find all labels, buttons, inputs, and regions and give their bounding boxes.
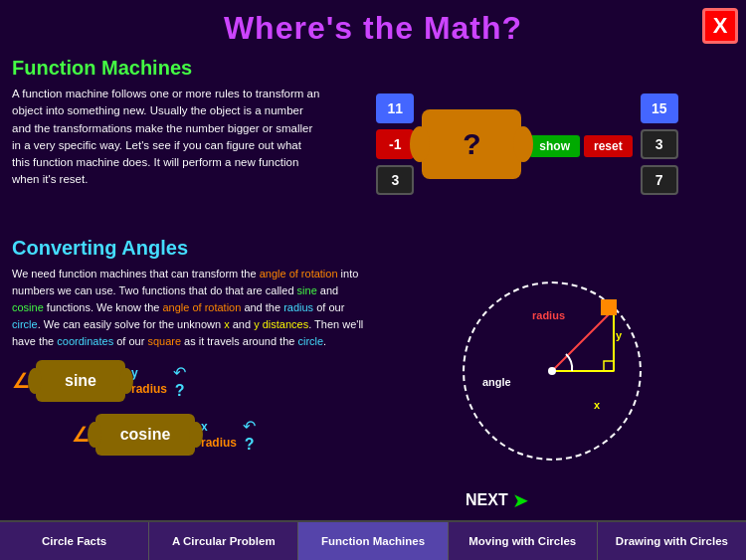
orange-square [601, 299, 617, 315]
output-value-3: 7 [641, 165, 678, 195]
function-machines-description: A function machine follows one or more r… [12, 86, 320, 189]
text-angle-rotation: angle of rotation [260, 268, 338, 280]
input-column: 11 -1 3 [376, 93, 414, 195]
converting-angles-description: We need function machines that can trans… [12, 266, 370, 350]
circle-diagram-container: radius x y angle [370, 237, 734, 505]
input-value-2: -1 [376, 129, 414, 159]
circle-center [548, 367, 556, 375]
converting-angles-left: Converting Angles We need function machi… [12, 237, 370, 505]
cosine-output-x: x [201, 420, 237, 434]
section-converting-angles: Converting Angles We need function machi… [12, 237, 734, 505]
label-y: y [616, 329, 622, 341]
nav-function-machines[interactable]: Function Machines [298, 522, 448, 560]
reset-button[interactable]: reset [584, 135, 633, 157]
sine-curve-arrow: ↶ ? [173, 363, 186, 400]
next-button[interactable]: NEXT ➤ [466, 488, 529, 512]
label-angle: angle [482, 376, 511, 388]
cosine-machine: cosine [95, 414, 195, 456]
function-machine-widget: 11 -1 3 ? show reset 15 3 7 [320, 57, 734, 231]
text-circle: circle [12, 318, 38, 330]
label-x: x [594, 399, 600, 411]
next-label: NEXT [466, 491, 508, 509]
text-square: square [147, 335, 181, 347]
cosine-output: x radius [201, 420, 237, 450]
bottom-navigation: Circle Facts A Circular Problem Function… [0, 520, 746, 560]
label-radius: radius [532, 309, 565, 321]
cosine-row: ∠ cosine x radius ↶ ? [72, 414, 370, 456]
sine-output-y: y [131, 366, 167, 380]
nav-circular-problem[interactable]: A Circular Problem [149, 522, 298, 560]
machine-question-mark: ? [463, 127, 480, 161]
text-circle-2: circle [297, 335, 323, 347]
sine-output: y radius [131, 366, 167, 396]
nav-moving-with-circles[interactable]: Moving with Circles [449, 522, 598, 560]
machine-controls: show reset [529, 131, 632, 157]
function-machines-text: Function Machines A function machine fol… [12, 57, 320, 231]
output-column: 15 3 7 [641, 93, 678, 195]
page-header: Where's the Math? [0, 0, 746, 52]
text-radius: radius [283, 301, 313, 313]
svg-rect-3 [604, 361, 614, 371]
sine-row: ∠ sine y radius ↶ ? [12, 360, 370, 402]
converting-angles-title: Converting Angles [12, 237, 370, 260]
cosine-question: ? [245, 436, 255, 454]
text-x: x [224, 318, 230, 330]
input-value-3: 3 [376, 165, 414, 195]
main-content: Function Machines A function machine fol… [0, 52, 746, 519]
output-value-1: 15 [641, 93, 678, 123]
curve-arrow-icon: ↶ [173, 363, 186, 382]
text-cosine: cosine [12, 301, 44, 313]
show-button[interactable]: show [529, 135, 580, 157]
sine-machine: sine [36, 360, 125, 402]
input-value-1: 11 [376, 93, 414, 123]
nav-drawing-with-circles[interactable]: Drawing with Circles [598, 522, 746, 560]
next-arrow-icon: ➤ [512, 488, 529, 512]
page-title: Where's the Math? [0, 10, 746, 47]
sine-label: sine [57, 372, 104, 390]
circle-diagram: radius x y angle [453, 272, 652, 470]
section-function-machines: Function Machines A function machine fol… [12, 57, 734, 231]
function-machine-body: ? [422, 109, 521, 179]
text-angle-rotation-2: angle of rotation [162, 301, 241, 313]
machine-button-row: show reset [529, 135, 632, 157]
cosine-arrow-icon: ↶ [243, 417, 256, 436]
text-coordinates: coordinates [57, 335, 113, 347]
nav-circle-facts[interactable]: Circle Facts [0, 522, 149, 560]
sine-output-radius: radius [131, 382, 167, 396]
cosine-curve-arrow: ↶ ? [243, 417, 256, 454]
cosine-label: cosine [112, 426, 179, 444]
cosine-output-radius: radius [201, 436, 237, 450]
text-y-distances: y distances [254, 318, 308, 330]
function-machines-title: Function Machines [12, 57, 320, 80]
text-sine: sine [297, 284, 317, 296]
trig-machines-container: ∠ sine y radius ↶ ? [12, 360, 370, 456]
output-value-2: 3 [641, 129, 678, 159]
close-button[interactable]: X [702, 8, 738, 44]
sine-question: ? [175, 382, 185, 400]
